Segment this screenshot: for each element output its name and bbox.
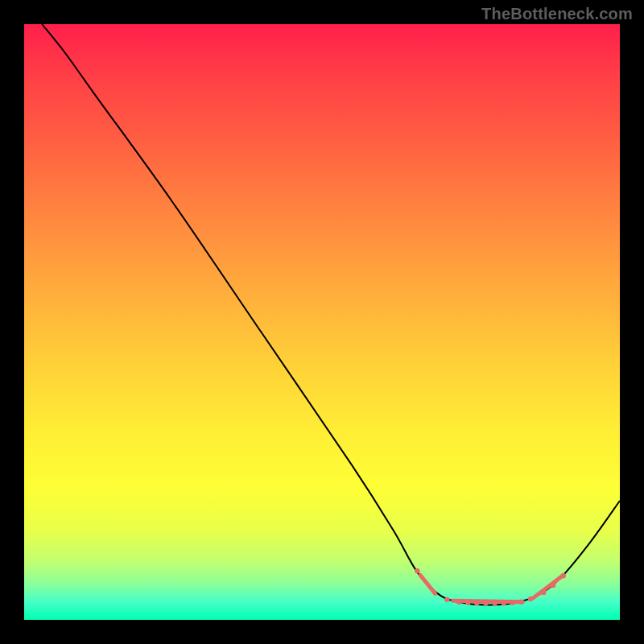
highlight-dot: [474, 601, 479, 605]
bottleneck-curve: [42, 24, 620, 605]
highlight-dot: [502, 601, 506, 605]
curve-svg: [24, 24, 620, 620]
highlight-dot: [528, 597, 533, 601]
highlight-dot: [519, 600, 524, 605]
highlight-dash: [534, 576, 564, 598]
highlight-dot: [444, 597, 449, 602]
highlight-dot: [456, 600, 461, 605]
plot-area: [24, 24, 620, 620]
highlight-dot: [465, 600, 470, 605]
attribution-text: TheBottleneck.com: [481, 5, 633, 23]
highlight-dash: [420, 576, 436, 594]
chart-frame: TheBottleneck.com: [0, 0, 644, 644]
highlight-dot: [541, 590, 546, 595]
highlight-dot: [561, 573, 566, 578]
highlight-dot: [483, 601, 488, 605]
highlight-dot: [492, 601, 497, 605]
highlight-dot: [510, 600, 515, 605]
highlight-dot: [415, 568, 419, 573]
highlight-dashes: [420, 576, 564, 602]
highlight-dot: [551, 583, 555, 588]
